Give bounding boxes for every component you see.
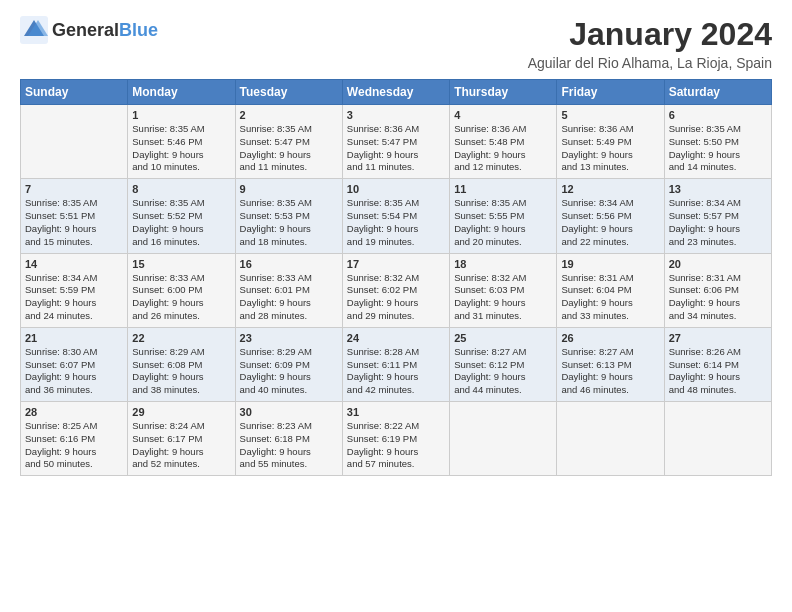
day-info: Sunrise: 8:34 AM Sunset: 5:57 PM Dayligh… — [669, 197, 767, 248]
day-info: Sunrise: 8:33 AM Sunset: 6:00 PM Dayligh… — [132, 272, 230, 323]
day-info: Sunrise: 8:36 AM Sunset: 5:48 PM Dayligh… — [454, 123, 552, 174]
day-info: Sunrise: 8:35 AM Sunset: 5:51 PM Dayligh… — [25, 197, 123, 248]
calendar-cell: 1Sunrise: 8:35 AM Sunset: 5:46 PM Daylig… — [128, 105, 235, 179]
day-number: 27 — [669, 332, 767, 344]
title-block: January 2024 Aguilar del Rio Alhama, La … — [528, 16, 772, 71]
day-info: Sunrise: 8:29 AM Sunset: 6:08 PM Dayligh… — [132, 346, 230, 397]
day-info: Sunrise: 8:35 AM Sunset: 5:53 PM Dayligh… — [240, 197, 338, 248]
weekday-header-row: SundayMondayTuesdayWednesdayThursdayFrid… — [21, 80, 772, 105]
day-info: Sunrise: 8:35 AM Sunset: 5:50 PM Dayligh… — [669, 123, 767, 174]
calendar-cell — [450, 402, 557, 476]
day-number: 7 — [25, 183, 123, 195]
day-info: Sunrise: 8:31 AM Sunset: 6:04 PM Dayligh… — [561, 272, 659, 323]
day-info: Sunrise: 8:35 AM Sunset: 5:47 PM Dayligh… — [240, 123, 338, 174]
day-number: 5 — [561, 109, 659, 121]
logo-icon — [20, 16, 48, 44]
day-number: 14 — [25, 258, 123, 270]
week-row-3: 14Sunrise: 8:34 AM Sunset: 5:59 PM Dayli… — [21, 253, 772, 327]
calendar-cell: 21Sunrise: 8:30 AM Sunset: 6:07 PM Dayli… — [21, 327, 128, 401]
day-number: 10 — [347, 183, 445, 195]
calendar-cell: 28Sunrise: 8:25 AM Sunset: 6:16 PM Dayli… — [21, 402, 128, 476]
day-info: Sunrise: 8:27 AM Sunset: 6:13 PM Dayligh… — [561, 346, 659, 397]
day-number: 25 — [454, 332, 552, 344]
calendar-cell: 8Sunrise: 8:35 AM Sunset: 5:52 PM Daylig… — [128, 179, 235, 253]
day-info: Sunrise: 8:30 AM Sunset: 6:07 PM Dayligh… — [25, 346, 123, 397]
day-info: Sunrise: 8:22 AM Sunset: 6:19 PM Dayligh… — [347, 420, 445, 471]
day-number: 9 — [240, 183, 338, 195]
day-number: 6 — [669, 109, 767, 121]
weekday-header-wednesday: Wednesday — [342, 80, 449, 105]
calendar-cell: 10Sunrise: 8:35 AM Sunset: 5:54 PM Dayli… — [342, 179, 449, 253]
calendar-cell — [21, 105, 128, 179]
weekday-header-thursday: Thursday — [450, 80, 557, 105]
week-row-1: 1Sunrise: 8:35 AM Sunset: 5:46 PM Daylig… — [21, 105, 772, 179]
calendar-cell: 12Sunrise: 8:34 AM Sunset: 5:56 PM Dayli… — [557, 179, 664, 253]
day-number: 11 — [454, 183, 552, 195]
calendar-cell: 6Sunrise: 8:35 AM Sunset: 5:50 PM Daylig… — [664, 105, 771, 179]
calendar-cell: 26Sunrise: 8:27 AM Sunset: 6:13 PM Dayli… — [557, 327, 664, 401]
calendar-cell: 27Sunrise: 8:26 AM Sunset: 6:14 PM Dayli… — [664, 327, 771, 401]
calendar-page: GeneralBlue January 2024 Aguilar del Rio… — [0, 0, 792, 486]
day-number: 29 — [132, 406, 230, 418]
day-info: Sunrise: 8:32 AM Sunset: 6:03 PM Dayligh… — [454, 272, 552, 323]
day-info: Sunrise: 8:24 AM Sunset: 6:17 PM Dayligh… — [132, 420, 230, 471]
day-info: Sunrise: 8:36 AM Sunset: 5:47 PM Dayligh… — [347, 123, 445, 174]
week-row-2: 7Sunrise: 8:35 AM Sunset: 5:51 PM Daylig… — [21, 179, 772, 253]
calendar-cell: 2Sunrise: 8:35 AM Sunset: 5:47 PM Daylig… — [235, 105, 342, 179]
day-number: 30 — [240, 406, 338, 418]
day-info: Sunrise: 8:25 AM Sunset: 6:16 PM Dayligh… — [25, 420, 123, 471]
logo: GeneralBlue — [20, 16, 158, 44]
day-info: Sunrise: 8:26 AM Sunset: 6:14 PM Dayligh… — [669, 346, 767, 397]
calendar-cell: 9Sunrise: 8:35 AM Sunset: 5:53 PM Daylig… — [235, 179, 342, 253]
weekday-header-sunday: Sunday — [21, 80, 128, 105]
day-number: 13 — [669, 183, 767, 195]
calendar-cell: 18Sunrise: 8:32 AM Sunset: 6:03 PM Dayli… — [450, 253, 557, 327]
calendar-cell: 29Sunrise: 8:24 AM Sunset: 6:17 PM Dayli… — [128, 402, 235, 476]
day-number: 31 — [347, 406, 445, 418]
calendar-cell: 22Sunrise: 8:29 AM Sunset: 6:08 PM Dayli… — [128, 327, 235, 401]
calendar-cell: 13Sunrise: 8:34 AM Sunset: 5:57 PM Dayli… — [664, 179, 771, 253]
day-number: 2 — [240, 109, 338, 121]
calendar-cell — [557, 402, 664, 476]
day-number: 24 — [347, 332, 445, 344]
calendar-cell — [664, 402, 771, 476]
day-number: 16 — [240, 258, 338, 270]
calendar-cell: 30Sunrise: 8:23 AM Sunset: 6:18 PM Dayli… — [235, 402, 342, 476]
day-number: 8 — [132, 183, 230, 195]
day-info: Sunrise: 8:29 AM Sunset: 6:09 PM Dayligh… — [240, 346, 338, 397]
day-info: Sunrise: 8:32 AM Sunset: 6:02 PM Dayligh… — [347, 272, 445, 323]
day-info: Sunrise: 8:35 AM Sunset: 5:55 PM Dayligh… — [454, 197, 552, 248]
calendar-cell: 4Sunrise: 8:36 AM Sunset: 5:48 PM Daylig… — [450, 105, 557, 179]
day-number: 12 — [561, 183, 659, 195]
calendar-cell: 23Sunrise: 8:29 AM Sunset: 6:09 PM Dayli… — [235, 327, 342, 401]
week-row-4: 21Sunrise: 8:30 AM Sunset: 6:07 PM Dayli… — [21, 327, 772, 401]
weekday-header-tuesday: Tuesday — [235, 80, 342, 105]
week-row-5: 28Sunrise: 8:25 AM Sunset: 6:16 PM Dayli… — [21, 402, 772, 476]
day-number: 28 — [25, 406, 123, 418]
calendar-cell: 19Sunrise: 8:31 AM Sunset: 6:04 PM Dayli… — [557, 253, 664, 327]
day-number: 15 — [132, 258, 230, 270]
day-number: 1 — [132, 109, 230, 121]
day-number: 22 — [132, 332, 230, 344]
day-info: Sunrise: 8:35 AM Sunset: 5:46 PM Dayligh… — [132, 123, 230, 174]
day-number: 3 — [347, 109, 445, 121]
day-number: 17 — [347, 258, 445, 270]
calendar-cell: 31Sunrise: 8:22 AM Sunset: 6:19 PM Dayli… — [342, 402, 449, 476]
calendar-table: SundayMondayTuesdayWednesdayThursdayFrid… — [20, 79, 772, 476]
calendar-cell: 7Sunrise: 8:35 AM Sunset: 5:51 PM Daylig… — [21, 179, 128, 253]
weekday-header-friday: Friday — [557, 80, 664, 105]
weekday-header-monday: Monday — [128, 80, 235, 105]
calendar-cell: 20Sunrise: 8:31 AM Sunset: 6:06 PM Dayli… — [664, 253, 771, 327]
calendar-cell: 5Sunrise: 8:36 AM Sunset: 5:49 PM Daylig… — [557, 105, 664, 179]
calendar-cell: 25Sunrise: 8:27 AM Sunset: 6:12 PM Dayli… — [450, 327, 557, 401]
calendar-cell: 17Sunrise: 8:32 AM Sunset: 6:02 PM Dayli… — [342, 253, 449, 327]
day-info: Sunrise: 8:34 AM Sunset: 5:59 PM Dayligh… — [25, 272, 123, 323]
location-subtitle: Aguilar del Rio Alhama, La Rioja, Spain — [528, 55, 772, 71]
weekday-header-saturday: Saturday — [664, 80, 771, 105]
day-info: Sunrise: 8:33 AM Sunset: 6:01 PM Dayligh… — [240, 272, 338, 323]
day-info: Sunrise: 8:27 AM Sunset: 6:12 PM Dayligh… — [454, 346, 552, 397]
day-info: Sunrise: 8:35 AM Sunset: 5:54 PM Dayligh… — [347, 197, 445, 248]
day-info: Sunrise: 8:36 AM Sunset: 5:49 PM Dayligh… — [561, 123, 659, 174]
calendar-cell: 3Sunrise: 8:36 AM Sunset: 5:47 PM Daylig… — [342, 105, 449, 179]
day-number: 21 — [25, 332, 123, 344]
